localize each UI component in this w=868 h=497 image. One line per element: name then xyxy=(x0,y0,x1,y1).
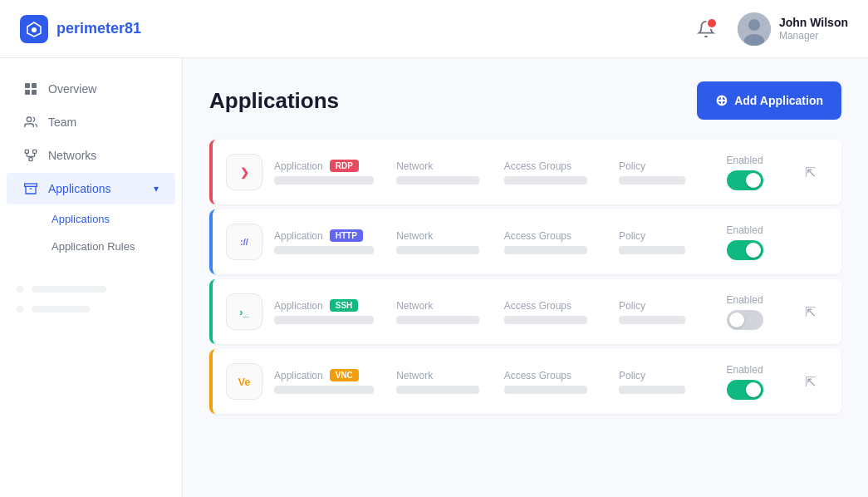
toggle-thumb-http xyxy=(746,243,761,258)
network-icon xyxy=(23,148,38,163)
app-label-rdp: Application xyxy=(274,160,323,172)
app-col-action-rdp: ⇱ xyxy=(805,165,828,180)
table-row: :// Application HTTP Network Access Grou… xyxy=(209,209,841,274)
ssh-badge: SSH xyxy=(330,299,359,312)
app-col-network-vnc: Network xyxy=(396,370,484,394)
page-title: Applications xyxy=(209,88,339,114)
table-row: ›_ Application SSH Network Access Groups xyxy=(209,279,841,344)
app-col-action-vnc: ⇱ xyxy=(805,374,828,390)
app-col-enabled-ssh: Enabled xyxy=(727,294,785,330)
toggle-vnc[interactable] xyxy=(727,380,763,400)
sub-nav-application-rules[interactable]: Application Rules xyxy=(42,234,175,259)
access-label-http: Access Groups xyxy=(504,230,599,242)
app-col-application-http: Application HTTP xyxy=(274,229,376,254)
user-details: John Wilson Manager xyxy=(779,16,848,42)
rdp-badge: RDP xyxy=(330,160,359,172)
sidebar-item-networks[interactable]: Networks xyxy=(7,140,175,171)
team-label: Team xyxy=(48,116,76,129)
users-icon xyxy=(23,115,38,130)
main-content: Applications ⊕ Add Application ❯ Applica… xyxy=(183,58,868,497)
svg-rect-12 xyxy=(29,158,32,161)
app-col-policy-rdp: Policy xyxy=(619,160,707,185)
toggle-rdp[interactable] xyxy=(727,170,763,190)
overview-label: Overview xyxy=(48,82,96,96)
access-label-ssh: Access Groups xyxy=(504,300,599,312)
external-link-icon-ssh[interactable]: ⇱ xyxy=(805,305,816,319)
external-link-icon-vnc[interactable]: ⇱ xyxy=(805,375,816,389)
app-col-enabled-http: Enabled xyxy=(727,224,785,260)
network-label-http: Network xyxy=(396,230,484,242)
toggle-http[interactable] xyxy=(727,240,763,260)
table-row: ❯ Application RDP Network Access Groups xyxy=(209,140,841,204)
policy-value-ssh xyxy=(619,316,685,324)
content-header: Applications ⊕ Add Application xyxy=(209,81,841,120)
enabled-label-http: Enabled xyxy=(727,224,785,236)
apps-icon xyxy=(23,181,38,196)
grid-icon xyxy=(23,81,38,96)
user-role: Manager xyxy=(779,30,848,42)
policy-label-rdp: Policy xyxy=(619,160,707,172)
svg-rect-5 xyxy=(25,83,30,88)
svg-point-1 xyxy=(32,27,37,32)
app-col-access-rdp: Access Groups xyxy=(504,160,599,185)
footer-dot-1 xyxy=(17,286,23,293)
app-col-network-rdp: Network xyxy=(396,160,484,185)
app-label-http: Application xyxy=(274,230,323,242)
app-col-access-http: Access Groups xyxy=(504,230,599,254)
svg-rect-7 xyxy=(25,90,30,95)
access-value-ssh xyxy=(504,316,587,324)
user-info: John Wilson Manager xyxy=(738,12,848,46)
svg-rect-10 xyxy=(25,150,28,153)
sidebar-footer-item-1 xyxy=(17,279,165,299)
add-application-button[interactable]: ⊕ Add Application xyxy=(697,81,841,120)
app-name-skeleton-ssh xyxy=(274,316,374,324)
main-layout: Overview Team xyxy=(0,58,868,497)
svg-rect-17 xyxy=(25,184,37,186)
app-name-skeleton-rdp xyxy=(274,176,374,185)
policy-label-vnc: Policy xyxy=(619,370,707,381)
sidebar-footer-item-2 xyxy=(17,299,165,319)
sub-nav: Applications Application Rules xyxy=(0,206,182,259)
policy-value-http xyxy=(619,246,685,254)
app-col-action-ssh: ⇱ xyxy=(805,304,828,320)
svg-point-9 xyxy=(27,117,31,121)
app-icon-ssh: ›_ xyxy=(226,293,262,330)
app-icon-vnc: Ve xyxy=(226,363,262,400)
app-col-policy-ssh: Policy xyxy=(619,300,707,324)
svg-rect-6 xyxy=(32,83,37,88)
network-value-http xyxy=(396,246,479,254)
sub-nav-applications[interactable]: Applications xyxy=(42,206,175,232)
header: perimeter81 John Wilson Manager xyxy=(0,0,868,58)
app-col-application-vnc: Application VNC xyxy=(274,369,376,394)
toggle-thumb-ssh xyxy=(729,312,744,327)
notification-bell[interactable] xyxy=(691,14,721,44)
app-col-enabled-vnc: Enabled xyxy=(727,364,785,400)
vnc-badge: VNC xyxy=(330,369,359,381)
toggle-ssh[interactable] xyxy=(727,310,763,330)
sidebar-item-overview[interactable]: Overview xyxy=(7,73,175,105)
policy-value-vnc xyxy=(619,386,685,394)
access-value-http xyxy=(504,246,587,254)
app-col-enabled-rdp: Enabled xyxy=(727,155,785,190)
app-label-vnc: Application xyxy=(274,370,323,381)
toggle-thumb-rdp xyxy=(746,173,761,188)
network-label-ssh: Network xyxy=(396,300,484,312)
policy-value-rdp xyxy=(619,176,685,185)
app-col-network-http: Network xyxy=(396,230,484,254)
app-icon-http: :// xyxy=(226,224,262,260)
external-link-icon-rdp[interactable]: ⇱ xyxy=(805,165,816,180)
sidebar-item-applications[interactable]: Applications ▾ xyxy=(7,173,175,204)
network-value-rdp xyxy=(396,176,479,185)
http-badge: HTTP xyxy=(330,229,363,242)
sidebar-footer xyxy=(0,266,182,332)
sidebar-item-team[interactable]: Team xyxy=(7,106,175,138)
avatar xyxy=(738,12,771,46)
chevron-down-icon: ▾ xyxy=(154,183,159,194)
footer-dot-2 xyxy=(17,306,23,312)
app-col-policy-vnc: Policy xyxy=(619,370,707,394)
enabled-label-ssh: Enabled xyxy=(727,294,785,306)
svg-rect-8 xyxy=(32,90,37,95)
app-col-policy-http: Policy xyxy=(619,230,707,254)
application-list: ❯ Application RDP Network Access Groups xyxy=(209,140,841,417)
network-value-ssh xyxy=(396,316,479,324)
